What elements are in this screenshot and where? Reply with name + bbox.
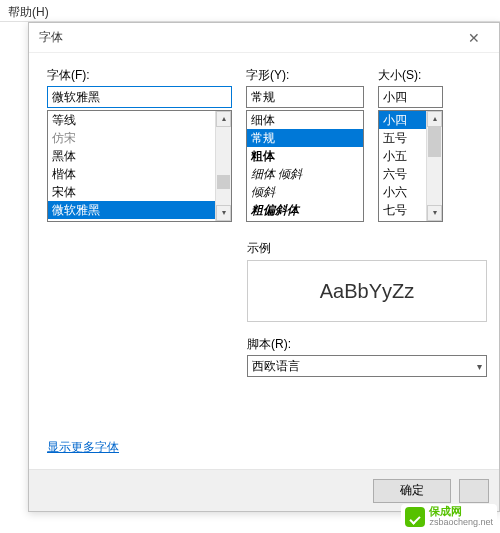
show-more-fonts-link[interactable]: 显示更多字体	[47, 439, 119, 456]
style-input[interactable]	[246, 86, 364, 108]
script-value: 西欧语言	[252, 358, 300, 375]
sample-text: AaBbYyZz	[320, 280, 414, 303]
script-section: 脚本(R): 西欧语言 ▾	[247, 336, 487, 377]
size-input[interactable]	[378, 86, 443, 108]
top-menu-item[interactable]: 帮助(H)	[0, 0, 500, 22]
sample-preview: AaBbYyZz	[247, 260, 487, 322]
list-item[interactable]: 楷体	[48, 165, 231, 183]
watermark: 保成网 zsbaocheng.net	[401, 504, 497, 530]
scroll-down-icon[interactable]: ▾	[427, 205, 442, 221]
scroll-thumb[interactable]	[217, 175, 230, 189]
scrollbar[interactable]: ▴ ▾	[426, 111, 442, 221]
list-item[interactable]: 粗偏斜体	[247, 201, 363, 219]
font-listbox[interactable]: 等线 仿宋 黑体 楷体 宋体 微软雅黑 新宋体 ▴ ▾	[47, 110, 232, 222]
list-item[interactable]: 细体	[247, 111, 363, 129]
scroll-up-icon[interactable]: ▴	[216, 111, 231, 127]
scrollbar[interactable]: ▴ ▾	[215, 111, 231, 221]
size-label: 大小(S):	[378, 67, 443, 84]
list-item[interactable]: 等线	[48, 111, 231, 129]
check-icon	[405, 507, 425, 527]
watermark-url: zsbaocheng.net	[429, 517, 493, 528]
size-column: 大小(S): 小四 五号 小五 六号 小六 七号 八号 ▴	[378, 67, 443, 222]
list-item[interactable]: 粗体	[247, 147, 363, 165]
list-item[interactable]: 黑体	[48, 147, 231, 165]
dialog-body: 字体(F): 等线 仿宋 黑体 楷体 宋体 微软雅黑 新宋体 ▴	[29, 53, 499, 377]
list-item[interactable]: 仿宋	[48, 129, 231, 147]
sample-label: 示例	[247, 240, 487, 257]
script-select[interactable]: 西欧语言 ▾	[247, 355, 487, 377]
list-item[interactable]: 倾斜	[247, 183, 363, 201]
scroll-down-icon[interactable]: ▾	[216, 205, 231, 221]
list-item[interactable]: 细体 倾斜	[247, 165, 363, 183]
watermark-text: 保成网 zsbaocheng.net	[429, 506, 493, 528]
script-label: 脚本(R):	[247, 336, 487, 353]
style-label: 字形(Y):	[246, 67, 364, 84]
list-item[interactable]: 微软雅黑	[48, 201, 231, 219]
font-label: 字体(F):	[47, 67, 232, 84]
scroll-thumb[interactable]	[428, 127, 441, 157]
dialog-titlebar: 字体 ✕	[29, 23, 499, 53]
chevron-down-icon: ▾	[477, 361, 482, 372]
font-dialog: 字体 ✕ 字体(F): 等线 仿宋 黑体 楷体 宋体 微软雅黑 新宋体	[28, 22, 500, 512]
list-item[interactable]: 常规	[247, 129, 363, 147]
cancel-button-partial[interactable]	[459, 479, 489, 503]
list-item[interactable]: 宋体	[48, 183, 231, 201]
style-column: 字形(Y): 细体 常规 粗体 细体 倾斜 倾斜 粗偏斜体	[246, 67, 364, 222]
ok-button[interactable]: 确定	[373, 479, 451, 503]
scroll-track[interactable]	[427, 127, 442, 205]
font-input[interactable]	[47, 86, 232, 108]
sample-section: 示例 AaBbYyZz	[247, 240, 487, 322]
scroll-up-icon[interactable]: ▴	[427, 111, 442, 127]
font-list-items: 等线 仿宋 黑体 楷体 宋体 微软雅黑 新宋体	[48, 111, 231, 221]
scroll-track[interactable]	[216, 127, 231, 205]
help-menu-label: 帮助(H)	[8, 5, 49, 19]
dialog-title: 字体	[39, 29, 63, 46]
style-listbox[interactable]: 细体 常规 粗体 细体 倾斜 倾斜 粗偏斜体	[246, 110, 364, 222]
font-column: 字体(F): 等线 仿宋 黑体 楷体 宋体 微软雅黑 新宋体 ▴	[47, 67, 232, 222]
list-item[interactable]: 新宋体	[48, 219, 231, 221]
close-icon[interactable]: ✕	[459, 23, 489, 53]
watermark-cn: 保成网	[429, 506, 493, 517]
size-listbox[interactable]: 小四 五号 小五 六号 小六 七号 八号 ▴ ▾	[378, 110, 443, 222]
style-list-items: 细体 常规 粗体 细体 倾斜 倾斜 粗偏斜体	[247, 111, 363, 221]
